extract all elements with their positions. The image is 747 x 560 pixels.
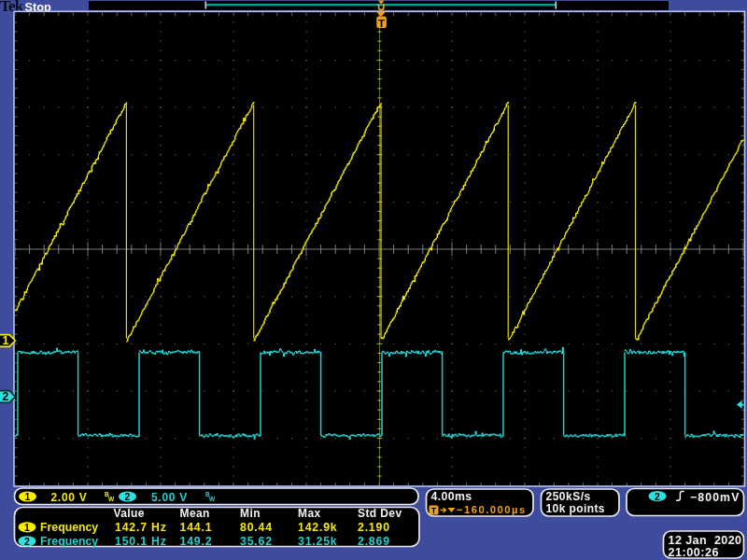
- svg-text:4.00ms: 4.00ms: [431, 490, 472, 503]
- svg-text:250kS/s: 250kS/s: [546, 490, 591, 503]
- svg-text:Std Dev: Std Dev: [358, 507, 402, 520]
- svg-text:35.62: 35.62: [240, 535, 273, 548]
- svg-text:12 Jan 2020: 12 Jan 2020: [669, 534, 742, 547]
- svg-text:Min: Min: [240, 507, 261, 520]
- svg-text:2.869: 2.869: [358, 535, 390, 548]
- svg-text:−800mV: −800mV: [690, 491, 740, 504]
- svg-text:2: 2: [2, 390, 8, 403]
- svg-text:142.7 Hz: 142.7 Hz: [115, 521, 167, 534]
- svg-text:21:00:26: 21:00:26: [669, 546, 719, 559]
- svg-text:5.00 V: 5.00 V: [151, 491, 188, 504]
- svg-text:Max: Max: [298, 507, 321, 520]
- svg-text:2: 2: [655, 491, 660, 502]
- svg-text:1: 1: [2, 334, 8, 347]
- svg-text:2.190: 2.190: [358, 521, 390, 534]
- svg-text:150.1 Hz: 150.1 Hz: [115, 535, 167, 548]
- svg-text:T: T: [378, 18, 385, 29]
- svg-text:1: 1: [25, 491, 31, 502]
- svg-text:80.44: 80.44: [240, 521, 273, 534]
- svg-text:2: 2: [125, 491, 131, 502]
- svg-text:T: T: [431, 506, 437, 515]
- svg-text:1: 1: [24, 522, 30, 533]
- svg-text:31.25k: 31.25k: [298, 535, 337, 548]
- svg-text:Mean: Mean: [180, 507, 210, 520]
- svg-text:2.00 V: 2.00 V: [51, 491, 88, 504]
- svg-text:144.1: 144.1: [180, 521, 213, 534]
- svg-text:Frequency: Frequency: [40, 535, 98, 548]
- svg-text:W: W: [108, 496, 115, 502]
- svg-text:Value: Value: [114, 507, 145, 520]
- svg-text:W: W: [209, 496, 216, 502]
- svg-text:−160.000µs: −160.000µs: [457, 504, 527, 515]
- svg-text:Frequency: Frequency: [40, 521, 98, 534]
- svg-text:2: 2: [24, 536, 30, 547]
- svg-text:149.2: 149.2: [180, 535, 213, 548]
- svg-text:142.9k: 142.9k: [298, 521, 337, 534]
- svg-text:10k points: 10k points: [546, 502, 605, 515]
